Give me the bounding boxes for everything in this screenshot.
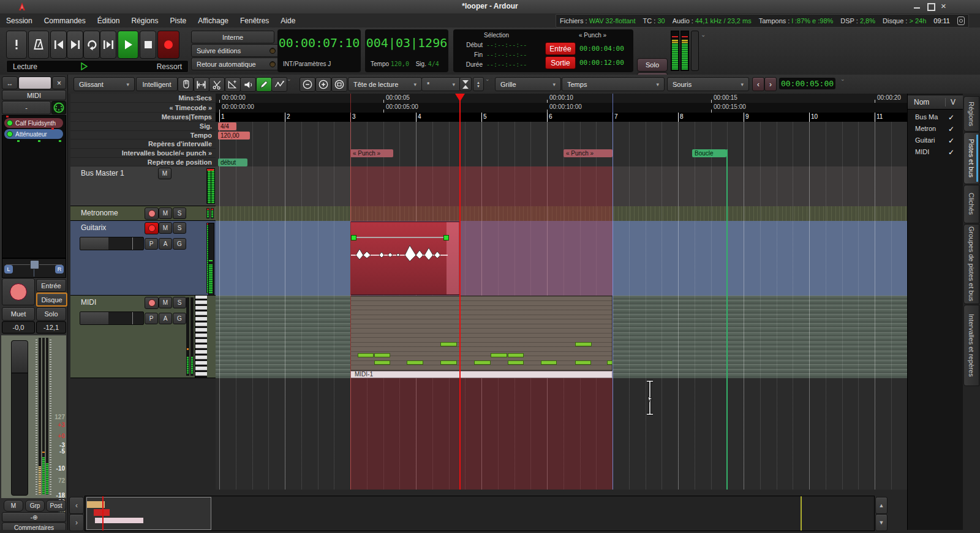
region-gain-line[interactable] bbox=[352, 237, 447, 238]
solo-button[interactable]: Solo bbox=[36, 307, 66, 321]
tab-r-gions[interactable]: Régions bbox=[963, 96, 979, 132]
strip-name-button[interactable]: MIDI bbox=[2, 90, 66, 100]
track-rec-button[interactable] bbox=[145, 207, 159, 220]
metering-point-button[interactable]: M bbox=[4, 500, 23, 512]
punch-out-marker[interactable]: « Punch » bbox=[564, 149, 612, 157]
input-button[interactable]: Entrée bbox=[36, 279, 66, 292]
menu-piste[interactable]: Piste bbox=[170, 17, 186, 25]
track-header-bus-master-1[interactable]: Bus Master 1M bbox=[70, 166, 216, 206]
gain-display[interactable]: -0,0 bbox=[2, 321, 35, 334]
maximize-button[interactable] bbox=[927, 3, 935, 11]
transport-option-sync[interactable]: Interne bbox=[191, 31, 274, 43]
column-visible[interactable]: V bbox=[945, 98, 956, 106]
zoom-fit-button[interactable] bbox=[331, 77, 347, 92]
ruler-label-7[interactable]: Intervalles boucle/« punch » bbox=[70, 149, 216, 158]
track-automation-button[interactable]: A bbox=[159, 238, 172, 250]
midi-region-name-strip[interactable]: MIDI-1 bbox=[350, 371, 612, 378]
tool-draw-button[interactable] bbox=[256, 77, 272, 92]
play-button[interactable] bbox=[118, 31, 138, 59]
metronome-button[interactable] bbox=[28, 31, 49, 59]
ruler-label-2[interactable]: « Timecode » bbox=[70, 103, 216, 113]
track-name[interactable]: Guitarix bbox=[81, 223, 106, 232]
tool-audition-button[interactable] bbox=[240, 77, 256, 92]
track-mute-button[interactable]: M bbox=[158, 168, 172, 179]
column-name[interactable]: Nom bbox=[914, 98, 929, 106]
midi-note[interactable] bbox=[358, 353, 374, 357]
transport-option-auto-return[interactable]: Retour automatique bbox=[191, 58, 279, 70]
menu-commandes[interactable]: Commandes bbox=[44, 17, 86, 25]
track-name[interactable]: Bus Master 1 bbox=[81, 169, 124, 177]
ruler-row[interactable] bbox=[216, 140, 907, 149]
monitor-solo-button[interactable]: Solo bbox=[637, 58, 668, 72]
grid-select[interactable]: Grille bbox=[495, 77, 561, 91]
zoom-out-button[interactable] bbox=[300, 77, 315, 92]
midi-note[interactable] bbox=[575, 342, 592, 346]
tab-intervalles-et-rep-res[interactable]: Intervalles et repères bbox=[963, 305, 979, 386]
ruler-label-3[interactable]: Mesures|Temps bbox=[70, 113, 216, 122]
track-height-spinner[interactable]: ▲▼ bbox=[473, 77, 484, 91]
minimize-button[interactable] bbox=[914, 7, 920, 9]
midi-note[interactable] bbox=[575, 360, 591, 365]
midi-note[interactable] bbox=[374, 353, 390, 357]
tool-grab-button[interactable] bbox=[178, 77, 194, 92]
midi-note[interactable] bbox=[607, 360, 612, 365]
track-mute-button[interactable]: M bbox=[159, 207, 172, 219]
zoom-in-button[interactable] bbox=[315, 77, 331, 92]
tempo-marker[interactable]: 120,00 bbox=[218, 132, 250, 140]
chevron-down-icon[interactable]: ⌄ bbox=[485, 76, 490, 82]
track-gain-fader[interactable] bbox=[80, 311, 144, 325]
grid-unit-select[interactable]: Temps bbox=[562, 77, 665, 91]
midi-note[interactable] bbox=[508, 360, 524, 365]
visible-checkbox[interactable]: ✓ bbox=[948, 136, 954, 145]
track-mute-button[interactable]: M bbox=[159, 222, 172, 234]
zoom-focus-select[interactable]: Tête de lecture bbox=[348, 77, 422, 91]
summary-view[interactable] bbox=[85, 496, 875, 531]
processor-box[interactable]: Calf Fluidsynth Atténuateur bbox=[2, 115, 66, 258]
shuttle-control[interactable]: Lecture Ressort bbox=[6, 60, 189, 73]
track-group-button[interactable]: G bbox=[173, 238, 186, 250]
goto-end-button[interactable] bbox=[67, 31, 83, 59]
tab-clich-s[interactable]: Clichés bbox=[963, 185, 979, 223]
processor-item[interactable]: Atténuateur bbox=[4, 129, 63, 139]
track-header-midi[interactable]: MIDIMSPAG bbox=[70, 296, 216, 378]
track-solo-button[interactable]: S bbox=[173, 297, 186, 308]
track-list-row[interactable]: Bus Ma✓ bbox=[908, 112, 964, 124]
start-marker[interactable]: début bbox=[218, 158, 247, 166]
track-solo-button[interactable]: S bbox=[173, 222, 186, 234]
track-playlist-button[interactable]: P bbox=[145, 238, 158, 250]
midi-note[interactable] bbox=[440, 342, 457, 346]
menu-régions[interactable]: Régions bbox=[131, 17, 158, 25]
midi-note[interactable] bbox=[474, 360, 491, 365]
ruler-label-5[interactable]: Tempo bbox=[70, 131, 216, 140]
midi-note[interactable] bbox=[374, 360, 390, 365]
processor-led-icon[interactable] bbox=[7, 131, 13, 137]
track-automation-button[interactable]: A bbox=[159, 313, 172, 324]
master-gain-slider[interactable] bbox=[691, 31, 699, 71]
playhead[interactable] bbox=[459, 94, 461, 490]
processor-item[interactable]: Calf Fluidsynth bbox=[4, 118, 63, 128]
track-playlist-button[interactable]: P bbox=[145, 313, 158, 324]
meter-position-button[interactable]: Post bbox=[46, 500, 66, 512]
snap-unit-select[interactable]: * bbox=[421, 77, 461, 91]
smart-mode-button[interactable]: Intelligent bbox=[136, 77, 178, 91]
punch-in-button[interactable]: Entrée bbox=[545, 42, 576, 55]
gain-handle[interactable] bbox=[351, 235, 356, 240]
ruler-label-4[interactable]: Sig. bbox=[70, 122, 216, 131]
track-list-row[interactable]: Guitari✓ bbox=[908, 135, 964, 147]
punch-out-button[interactable]: Sortie bbox=[545, 56, 576, 69]
summary-scroll-up-button[interactable]: ▲ bbox=[875, 497, 888, 514]
loop-button[interactable] bbox=[83, 31, 100, 59]
record-button[interactable] bbox=[157, 31, 179, 59]
play-selection-button[interactable] bbox=[100, 31, 116, 59]
tab-groupes-de-pistes-et-bus[interactable]: Groupes de pistes et bus bbox=[963, 224, 979, 304]
nudge-clock[interactable]: 00:00:05:00 bbox=[779, 78, 835, 89]
midi-din-icon[interactable] bbox=[51, 101, 66, 114]
pan-widget[interactable]: L R bbox=[2, 258, 66, 278]
track-solo-button[interactable]: S bbox=[173, 207, 186, 219]
visible-checkbox[interactable]: ✓ bbox=[948, 113, 954, 122]
ruler-row[interactable] bbox=[216, 149, 907, 158]
track-name[interactable]: Metronome bbox=[81, 209, 118, 217]
menu-session[interactable]: Session bbox=[6, 17, 32, 25]
menu-affichage[interactable]: Affichage bbox=[198, 17, 228, 25]
tool-edit-internal-button[interactable] bbox=[271, 77, 287, 92]
